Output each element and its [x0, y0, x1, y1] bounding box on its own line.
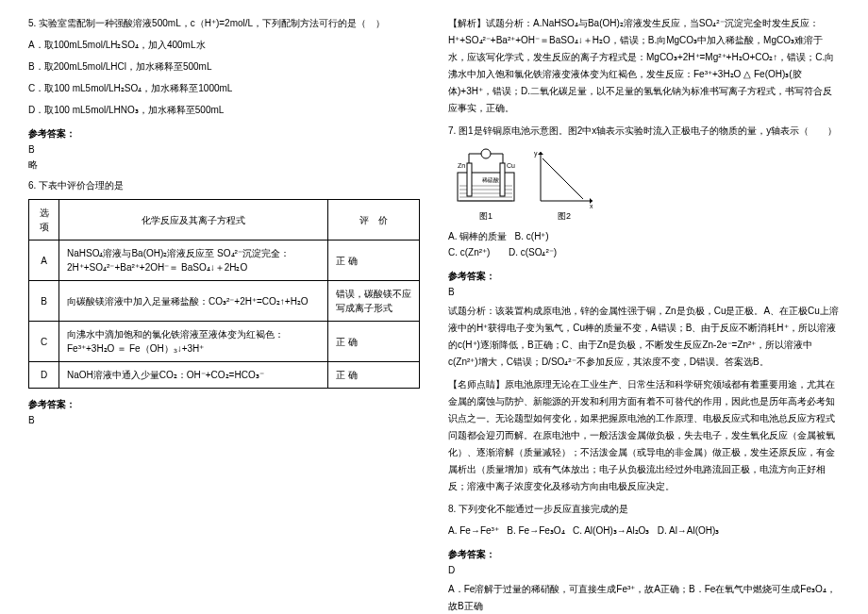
q6-stem: 6. 下表中评价合理的是	[28, 177, 420, 193]
svg-text:y: y	[534, 150, 538, 158]
q6-A-opt: A	[29, 241, 59, 281]
q7-opt-d: D. c(SO₄²⁻)	[509, 247, 557, 257]
q6-B-txt: 向碳酸镁溶液中加入足量稀盐酸：CO₃²⁻+2H⁺=CO₂↑+H₂O	[59, 281, 328, 322]
q8-analysis: A．Fe溶解于过量的稀硝酸，可直接生成Fe³⁺，故A正确；B．Fe在氧气中燃烧可…	[448, 581, 840, 614]
q7-fig2: y x 图2	[531, 144, 597, 223]
q7-comment: 【名师点睛】原电池原理无论在工业生产、日常生活和科学研究领域都有着重要用途，尤其…	[448, 376, 840, 495]
cu-label: Cu	[507, 162, 515, 169]
q7-fig1: Zn Cu 稀硫酸 图1	[448, 144, 524, 223]
q6-answer: B	[28, 415, 420, 425]
q6-D-eval: 正 确	[327, 362, 419, 389]
q5-answer: B	[28, 144, 420, 155]
q6-A-eval: 正 确	[327, 241, 419, 281]
q5-note: 略	[28, 158, 420, 172]
svg-text:x: x	[590, 203, 593, 209]
fig1-caption: 图1	[448, 210, 524, 223]
q8-stem: 8. 下列变化不能通过一步反应直接完成的是	[448, 501, 840, 517]
q5-opt-c: C．取100 mL5mol/LH₂SO₄，加水稀释至1000mL	[28, 80, 420, 96]
q6-analysis: 【解析】试题分析：A.NaHSO₄与Ba(OH)₂溶液发生反应，当SO₄²⁻沉淀…	[448, 15, 840, 117]
q8-ref-label: 参考答案：	[448, 548, 840, 561]
q8-opt-b: B. Fe→Fe₃O₄	[507, 525, 564, 536]
q6-D-opt: D	[29, 362, 59, 389]
acid-label: 稀硫酸	[482, 176, 499, 183]
q7-opt-c: C. c(Zn²⁺)	[448, 247, 490, 257]
q7-ref-label: 参考答案：	[448, 270, 840, 283]
q5-ref-label: 参考答案：	[28, 127, 420, 141]
q7-analysis: 试题分析：该装置构成原电池，锌的金属性强于铜，Zn是负极，Cu是正极。A、在正极…	[448, 303, 840, 371]
q7-opt-b: B. c(H⁺)	[515, 231, 549, 241]
q8-opt-d: D. Al→Al(OH)₃	[658, 525, 720, 536]
q6-B-eval: 错误，碳酸镁不应写成离子形式	[327, 281, 419, 322]
battery-diagram-icon: Zn Cu 稀硫酸	[448, 144, 524, 210]
q8-options: A. Fe→Fe³⁺ B. Fe→Fe₃O₄ C. Al(OH)₃→Al₂O₃ …	[448, 523, 840, 539]
q7-options: A. 铜棒的质量 B. c(H⁺) C. c(Zn²⁺) D. c(SO₄²⁻)	[448, 228, 840, 260]
q6-th-eval: 评 价	[327, 200, 419, 241]
q6-B-opt: B	[29, 281, 59, 322]
q6-D-txt: NaOH溶液中通入少量CO₂：OH⁻+CO₂=HCO₃⁻	[59, 362, 328, 389]
q6-th-opt: 选项	[29, 200, 59, 241]
q5-stem: 5. 实验室需配制一种强酸溶液500mL，c（H⁺)=2mol/L，下列配制方法…	[28, 15, 420, 31]
q6-C-eval: 正 确	[327, 322, 419, 362]
q7-figures: Zn Cu 稀硫酸 图1 y x 图2	[448, 144, 840, 223]
q6-th-eq: 化学反应及其离子方程式	[59, 200, 328, 241]
q6-ref-label: 参考答案：	[28, 398, 420, 411]
svg-line-17	[542, 158, 583, 199]
fig2-caption: 图2	[531, 210, 597, 223]
q7-stem: 7. 图1是锌铜原电池示意图。图2中x轴表示实验时流入正极电子的物质的量，y轴表…	[448, 123, 840, 139]
q6-C-txt: 向沸水中滴加饱和的氯化铁溶液至液体变为红褐色：Fe³⁺+3H₂O ＝ Fe（OH…	[59, 322, 328, 362]
q5-opt-a: A．取100mL5mol/LH₂SO₄，加入400mL水	[28, 37, 420, 53]
svg-rect-7	[500, 163, 505, 196]
q6-A-txt: NaHSO₄溶液与Ba(OH)₂溶液反应至 SO₄²⁻沉淀完全：2H⁺+SO₄²…	[59, 241, 328, 281]
q5-opt-d: D．取100 mL5mol/LHNO₃，加水稀释至500mL	[28, 102, 420, 118]
q5-opt-b: B．取200mL5mol/LHCl，加水稀释至500mL	[28, 58, 420, 75]
svg-point-12	[481, 149, 491, 158]
q6-table: 选项 化学反应及其离子方程式 评 价 A NaHSO₄溶液与Ba(OH)₂溶液反…	[28, 199, 420, 389]
graph-icon: y x	[531, 144, 597, 210]
q8-opt-a: A. Fe→Fe³⁺	[448, 525, 499, 536]
q8-opt-c: C. Al(OH)₃→Al₂O₃	[573, 525, 649, 536]
q8-answer: D	[448, 565, 840, 575]
q7-answer: B	[448, 287, 840, 297]
q6-C-opt: C	[29, 322, 59, 362]
q7-opt-a: A. 铜棒的质量	[448, 231, 507, 241]
svg-rect-6	[467, 163, 472, 196]
zn-label: Zn	[458, 162, 465, 169]
